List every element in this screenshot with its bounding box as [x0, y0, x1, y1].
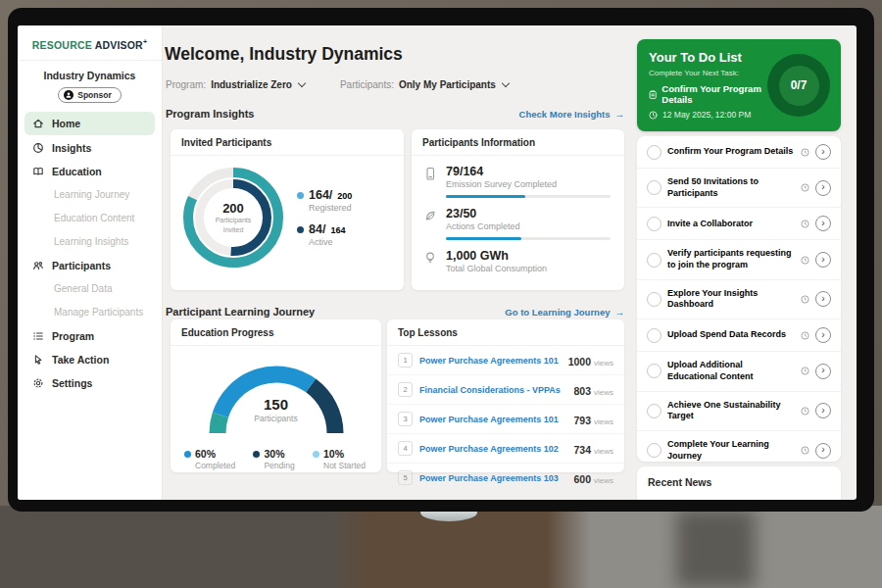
task-checkbox[interactable]: [647, 443, 662, 458]
legend-active: 84/164 Active: [297, 222, 352, 247]
task-checkbox[interactable]: [647, 217, 662, 231]
task-go-button[interactable]: ›: [815, 364, 831, 379]
todo-task-row: Upload Spend Data Records ›: [637, 319, 841, 352]
page-title: Welcome, Industry Dynamics: [165, 44, 403, 65]
clock-icon: [801, 407, 809, 416]
participants-information-card: Participants Information 79/164 Emission…: [412, 129, 624, 290]
desk-scene: RESOURCE ADVISOR+ Industry Dynamics Spon…: [0, 0, 882, 588]
todo-hero-card: Your To Do List Complete Your Next Task:…: [637, 39, 841, 131]
card-title: Invited Participants: [171, 129, 404, 156]
go-to-learning-journey-link[interactable]: Go to Learning Journey →: [505, 307, 624, 318]
participants-label: Participants:: [340, 79, 394, 90]
invited-total: 200: [222, 201, 244, 216]
background-shadow: [676, 510, 755, 588]
sponsor-icon: [64, 90, 74, 100]
sponsor-badge[interactable]: Sponsor: [58, 87, 121, 103]
card-title: Participants Information: [412, 129, 624, 156]
task-go-button[interactable]: ›: [815, 403, 831, 418]
brand-primary: RESOURCE: [32, 39, 92, 51]
task-checkbox[interactable]: [647, 145, 662, 160]
education-gauge-chart: 150 Participants: [183, 349, 369, 445]
lesson-link[interactable]: Power Purchase Agreements 103: [419, 473, 566, 483]
section-title-learning-journey: Participant Learning Journey: [166, 306, 315, 318]
participants-icon: [32, 260, 44, 271]
sidebar-item-home[interactable]: Home: [24, 112, 155, 135]
lesson-link[interactable]: Power Purchase Agreements 101: [419, 356, 562, 366]
sidebar-item-learning-journey[interactable]: Learning Journey: [18, 183, 162, 207]
insights-icon: [32, 142, 44, 154]
home-icon: [32, 118, 44, 129]
lesson-row: 1 Power Purchase Agreements 101 1000view…: [387, 346, 624, 375]
chevron-right-icon: ›: [821, 406, 824, 416]
task-go-button[interactable]: ›: [815, 443, 831, 459]
sidebar-item-manage-participants[interactable]: Manage Participants: [18, 301, 162, 324]
settings-icon: [32, 377, 44, 389]
sidebar-item-participants[interactable]: Participants: [18, 254, 162, 277]
sidebar-item-program[interactable]: Program: [18, 324, 162, 348]
sidebar-item-label: Take Action: [52, 354, 109, 366]
stat-actions-completed: 23/50 Actions Completed: [412, 198, 624, 240]
todo-task-row: Complete Your Learning Journey ›: [637, 431, 841, 470]
clock-icon: [801, 183, 809, 192]
brand-secondary: ADVISOR: [95, 39, 143, 51]
task-go-button[interactable]: ›: [815, 216, 831, 231]
todo-task-row: Achieve One Sustainability Target ›: [637, 392, 841, 431]
clock-icon: [801, 220, 809, 228]
todo-task-row: Explore Your Insights Dashboard ›: [637, 280, 841, 319]
lesson-row: 4 Power Purchase Agreements 102 734views: [387, 434, 624, 464]
rank-badge: 2: [398, 382, 413, 397]
card-title: Education Progress: [171, 319, 381, 346]
task-checkbox[interactable]: [647, 292, 662, 307]
chevron-right-icon: ›: [821, 182, 824, 192]
task-go-button[interactable]: ›: [815, 144, 831, 160]
chevron-down-icon: [502, 79, 510, 87]
legend-dot: [253, 451, 260, 458]
sidebar-item-education-content[interactable]: Education Content: [18, 207, 162, 230]
todo-task-list-card: Confirm Your Program Details › Send 50 I…: [637, 136, 841, 462]
legend-pending: 30% Pending: [253, 448, 294, 470]
rank-badge: 5: [398, 470, 413, 485]
survey-icon: [423, 165, 438, 198]
task-checkbox[interactable]: [647, 404, 662, 418]
task-go-button[interactable]: ›: [815, 252, 831, 268]
participants-dropdown[interactable]: Participants: Only My Participants: [340, 79, 509, 90]
task-go-button[interactable]: ›: [815, 291, 831, 307]
chevron-down-icon: [298, 79, 306, 87]
education-icon: [32, 166, 44, 177]
legend-dot: [297, 226, 304, 233]
sidebar-item-general-data[interactable]: General Data: [18, 277, 162, 301]
todo-task-row: Send 50 Invitations to Participants ›: [637, 169, 841, 208]
task-checkbox[interactable]: [647, 253, 662, 268]
actions-icon: [423, 207, 438, 240]
sidebar-item-insights[interactable]: Insights: [18, 136, 162, 160]
sponsor-label: Sponsor: [77, 90, 111, 100]
education-progress-card: Education Progress 150 Participants 60% …: [171, 319, 381, 472]
lesson-link[interactable]: Financial Considerations - VPPAs: [419, 385, 566, 395]
sidebar-item-learning-insights[interactable]: Learning Insights: [18, 230, 162, 254]
sidebar-item-settings[interactable]: Settings: [18, 371, 162, 395]
legend-dot: [297, 192, 304, 199]
recent-news-card: Recent News: [637, 466, 841, 500]
task-checkbox[interactable]: [647, 364, 662, 378]
task-go-button[interactable]: ›: [815, 327, 831, 343]
todo-task-row: Upload Additional Educational Content ›: [637, 352, 841, 391]
lesson-link[interactable]: Power Purchase Agreements 102: [419, 444, 566, 454]
arrow-right-icon: →: [615, 109, 625, 120]
progress-bar: [446, 195, 611, 198]
task-checkbox[interactable]: [647, 180, 662, 195]
sidebar-item-education[interactable]: Education: [18, 160, 162, 183]
sidebar-item-take-action[interactable]: Take Action: [18, 348, 162, 371]
task-checkbox[interactable]: [647, 328, 662, 343]
task-go-button[interactable]: ›: [815, 180, 831, 196]
clock-icon: [801, 256, 809, 265]
lesson-link[interactable]: Power Purchase Agreements 101: [419, 415, 566, 424]
clock-icon: [801, 331, 809, 340]
program-dropdown[interactable]: Program: Industrialize Zero: [166, 79, 305, 90]
program-icon: [32, 330, 44, 342]
clock-icon: [801, 367, 809, 375]
todo-progress-ring: 0/7: [767, 54, 830, 117]
check-more-insights-link[interactable]: Check More Insights →: [519, 109, 624, 120]
legend-dot: [313, 451, 319, 458]
energy-icon: [423, 249, 438, 273]
dashboard-screen: RESOURCE ADVISOR+ Industry Dynamics Spon…: [18, 25, 857, 500]
